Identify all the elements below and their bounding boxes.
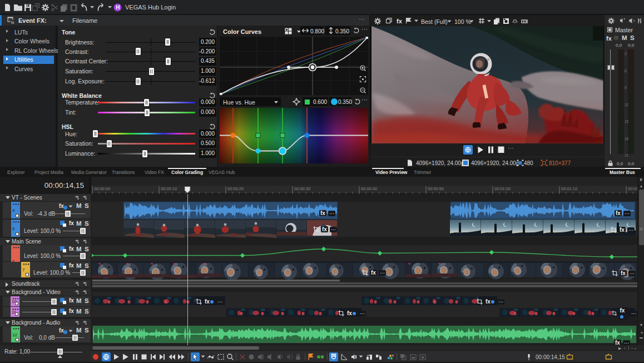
svg-text:00:01:20: 00:01:20 bbox=[628, 186, 637, 191]
svg-text:00:00:20: 00:00:20 bbox=[227, 186, 244, 191]
svg-text:00:00:40: 00:00:40 bbox=[361, 186, 377, 191]
svg-text:00:00:00: 00:00:00 bbox=[94, 186, 110, 191]
svg-text:fx: fx bbox=[11, 21, 14, 24]
svg-text:H: H bbox=[116, 4, 120, 11]
svg-text:00:00:10: 00:00:10 bbox=[161, 186, 177, 191]
svg-text:00:00:30: 00:00:30 bbox=[294, 186, 310, 191]
svg-text:00:01:10: 00:01:10 bbox=[561, 186, 577, 191]
svg-text:00:01:00: 00:01:00 bbox=[494, 186, 511, 191]
svg-text:00:00:50: 00:00:50 bbox=[428, 186, 444, 191]
svg-text:VEGAS Hub Login: VEGAS Hub Login bbox=[125, 4, 176, 11]
svg-text:fx: fx bbox=[397, 18, 403, 24]
